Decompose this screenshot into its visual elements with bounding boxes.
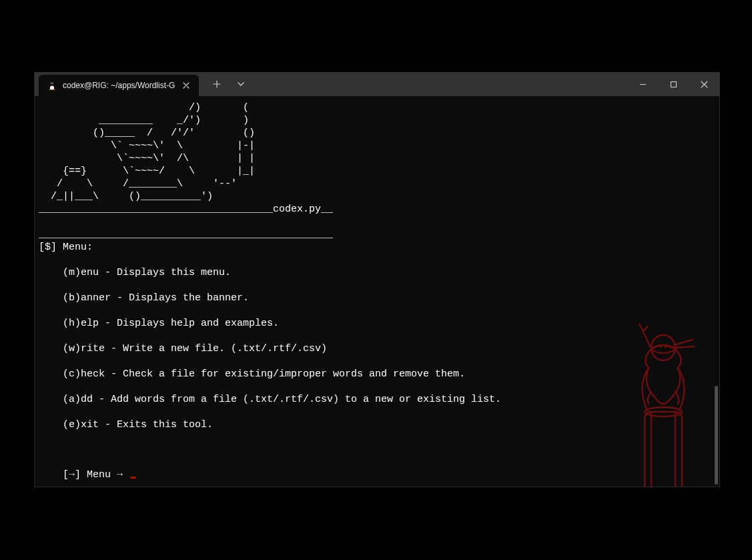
close-window-button[interactable]	[689, 72, 719, 96]
new-tab-button[interactable]	[206, 72, 228, 96]
tabstrip-controls	[199, 72, 252, 96]
chevron-down-icon	[237, 80, 245, 88]
cursor	[130, 477, 136, 479]
svg-point-9	[651, 335, 675, 360]
maximize-icon	[670, 81, 677, 88]
prompt-text: [→] Menu →	[39, 469, 129, 481]
titlebar-drag-area[interactable]	[252, 72, 627, 96]
terminal-prompt[interactable]: [→] Menu →	[39, 469, 136, 481]
terminal-output: /) ( _________ _/') ) ()_____ / /'/' () …	[39, 101, 501, 431]
minimize-icon	[639, 81, 647, 88]
svg-point-8	[645, 407, 682, 416]
window-controls	[627, 72, 719, 96]
close-icon	[701, 81, 708, 88]
plus-icon	[213, 80, 221, 88]
tab-active[interactable]: codex@RIG: ~/apps/Wordlist-G	[39, 75, 199, 96]
svg-rect-7	[671, 81, 676, 87]
titlebar: codex@RIG: ~/apps/Wordlist-G	[35, 72, 719, 96]
terminal-viewport[interactable]: /) ( _________ _/') ) ()_____ / /'/' () …	[35, 96, 719, 487]
close-icon	[183, 82, 190, 89]
terminal-window: codex@RIG: ~/apps/Wordlist-G	[34, 72, 720, 487]
svg-point-5	[51, 83, 51, 83]
ninja-background-art	[610, 320, 710, 487]
scrollbar-thumb[interactable]	[715, 386, 718, 485]
linux-icon	[47, 80, 57, 91]
minimize-button[interactable]	[627, 72, 658, 96]
svg-point-6	[53, 83, 53, 83]
tab-close-button[interactable]	[180, 79, 192, 91]
tab-dropdown-button[interactable]	[230, 72, 252, 96]
maximize-button[interactable]	[658, 72, 689, 96]
tab-title: codex@RIG: ~/apps/Wordlist-G	[63, 81, 175, 90]
desktop: codex@RIG: ~/apps/Wordlist-G	[0, 0, 752, 560]
